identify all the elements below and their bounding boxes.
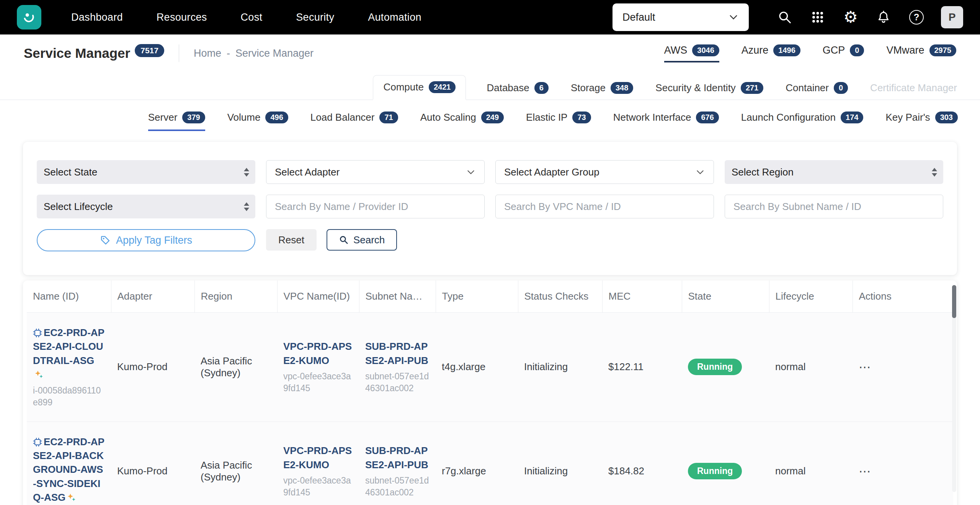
tab-server[interactable]: Server 379 — [148, 111, 205, 131]
provider-tab-aws[interactable]: AWS 3046 — [664, 44, 719, 62]
tab-count-badge: 271 — [741, 82, 763, 94]
app-logo[interactable] — [17, 5, 41, 30]
subnet-search-input[interactable] — [733, 201, 934, 213]
workspace-select[interactable]: Default — [612, 3, 749, 31]
resource-table: Name (ID) Adapter Region VPC Name(ID) Su… — [23, 280, 957, 505]
filter-panel: Select State Select Adapter Select Adapt… — [23, 142, 957, 275]
provider-tab-vmware[interactable]: VMware 2975 — [886, 44, 956, 62]
adapter-group-select[interactable]: Select Adapter Group — [495, 160, 714, 184]
row-actions-menu[interactable]: ⋯ — [859, 464, 872, 478]
tab-count-badge: 379 — [182, 111, 205, 123]
page-header: Service Manager 7517 Home - Service Mana… — [0, 34, 980, 72]
scrollbar-thumb[interactable] — [952, 285, 956, 318]
tab-count-badge: 174 — [841, 111, 863, 123]
resource-name-link[interactable]: EC2-PRD-APSE2-API-BACKGROUND-AWS-SYNC-SI… — [33, 435, 105, 505]
tab-auto-scaling[interactable]: Auto Scaling 249 — [420, 111, 504, 131]
state-select[interactable]: Select State — [37, 160, 255, 184]
tab-load-balancer[interactable]: Load Balancer 71 — [310, 111, 398, 131]
subnet-id: subnet-057ee1d46301ac002 — [365, 371, 430, 394]
tab-key-pairs[interactable]: Key Pair's 303 — [885, 111, 958, 131]
col-status-checks[interactable]: Status Checks — [518, 280, 602, 313]
category-tabs: Compute 2421 Database 6 Storage 348 Secu… — [0, 75, 980, 100]
apps-grid-icon[interactable] — [809, 9, 826, 26]
search-icon[interactable] — [776, 9, 793, 26]
cell-lifecycle: normal — [769, 313, 853, 422]
main-nav: Dashboard Resources Cost Security Automa… — [71, 11, 421, 23]
tab-count-badge: 0 — [834, 82, 848, 94]
filter-action-buttons: Reset Search — [266, 229, 485, 251]
table-scrollbar[interactable] — [952, 285, 956, 492]
resource-name-link[interactable]: EC2-PRD-APSE2-API-CLOUDTRAIL-ASG — [33, 326, 105, 382]
breadcrumb-home[interactable]: Home — [194, 48, 221, 59]
provider-tab-azure[interactable]: Azure 1496 — [742, 44, 800, 62]
col-mec[interactable]: MEC — [602, 280, 682, 313]
subnet-name-link[interactable]: SUB-PRD-APSE2-API-PUB — [365, 444, 430, 472]
nav-item-cost[interactable]: Cost — [241, 11, 263, 23]
nav-item-resources[interactable]: Resources — [157, 11, 207, 23]
tab-launch-configuration[interactable]: Launch Configuration 174 — [741, 111, 864, 131]
vpc-search-input[interactable] — [504, 201, 705, 213]
nav-item-security[interactable]: Security — [296, 11, 334, 23]
cell-status-checks: Initializing — [518, 421, 602, 505]
col-state[interactable]: State — [682, 280, 769, 313]
col-actions: Actions — [853, 280, 953, 313]
row-actions-menu[interactable]: ⋯ — [859, 360, 872, 374]
name-search-input[interactable] — [275, 201, 476, 213]
tab-count-badge: 2421 — [429, 81, 456, 93]
vpc-name-link[interactable]: VPC-PRD-APSE2-KUMO — [283, 444, 353, 472]
breadcrumb-separator: - — [227, 48, 230, 59]
cell-region: Asia Pacific (Sydney) — [194, 313, 277, 422]
table-row: EC2-PRD-APSE2-API-BACKGROUND-AWS-SYNC-SI… — [27, 421, 953, 505]
search-button[interactable]: Search — [327, 229, 397, 251]
col-vpc[interactable]: VPC Name(ID) — [277, 280, 359, 313]
provider-tab-gcp[interactable]: GCP 0 — [823, 44, 864, 62]
tab-network-interface[interactable]: Network Interface 676 — [613, 111, 719, 131]
cell-lifecycle: normal — [769, 421, 853, 505]
tab-count-badge: 6 — [534, 82, 549, 94]
cell-adapter: Kumo-Prod — [111, 313, 194, 422]
col-type[interactable]: Type — [436, 280, 518, 313]
subnet-name-link[interactable]: SUB-PRD-APSE2-API-PUB — [365, 339, 430, 367]
col-name[interactable]: Name (ID) — [27, 280, 111, 313]
tab-storage[interactable]: Storage 348 — [569, 76, 635, 100]
cell-type: r7g.xlarge — [436, 421, 518, 505]
vpc-search-field — [495, 195, 714, 218]
tab-certificate-manager[interactable]: Certificate Manager — [869, 76, 959, 100]
reset-button[interactable]: Reset — [266, 229, 317, 251]
tab-count-badge: 71 — [379, 111, 398, 123]
state-badge: Running — [688, 463, 742, 479]
tab-volume[interactable]: Volume 496 — [227, 111, 288, 131]
apply-tag-filters-button[interactable]: Apply Tag Filters — [37, 229, 255, 251]
search-icon — [339, 235, 349, 245]
col-subnet[interactable]: Subnet Name... — [359, 280, 436, 313]
col-adapter[interactable]: Adapter — [111, 280, 194, 313]
help-icon[interactable]: ? — [908, 9, 925, 26]
page-title: Service Manager — [24, 46, 130, 61]
ec2-instance-icon — [33, 438, 42, 447]
chevron-down-icon — [728, 12, 739, 23]
state-badge: Running — [688, 359, 742, 375]
cell-adapter: Kumo-Prod — [111, 421, 194, 505]
resource-id: i-00058da896110e899 — [33, 385, 105, 408]
adapter-select[interactable]: Select Adapter — [266, 160, 485, 184]
tag-icon — [100, 235, 111, 246]
nav-item-automation[interactable]: Automation — [368, 11, 421, 23]
select-stepper-icon — [244, 168, 249, 177]
col-region[interactable]: Region — [194, 280, 277, 313]
select-stepper-icon — [932, 168, 937, 177]
tab-container[interactable]: Container 0 — [784, 76, 849, 100]
col-lifecycle[interactable]: Lifecycle — [769, 280, 853, 313]
tab-compute[interactable]: Compute 2421 — [373, 75, 466, 100]
vpc-name-link[interactable]: VPC-PRD-APSE2-KUMO — [283, 339, 353, 367]
lifecycle-select[interactable]: Select Lifecycle — [37, 195, 255, 218]
notifications-bell-icon[interactable] — [875, 9, 892, 26]
tab-security-identity[interactable]: Security & Identity 271 — [654, 76, 765, 100]
user-avatar[interactable]: P — [941, 6, 963, 28]
region-select[interactable]: Select Region — [725, 160, 943, 184]
table-row: EC2-PRD-APSE2-API-CLOUDTRAIL-ASG i-00058… — [27, 313, 953, 422]
logo-icon — [22, 10, 36, 25]
tab-elastic-ip[interactable]: Elastic IP 73 — [526, 111, 591, 131]
tab-database[interactable]: Database 6 — [485, 76, 550, 100]
settings-gear-icon[interactable]: ⚙ — [842, 9, 859, 26]
nav-item-dashboard[interactable]: Dashboard — [71, 11, 123, 23]
